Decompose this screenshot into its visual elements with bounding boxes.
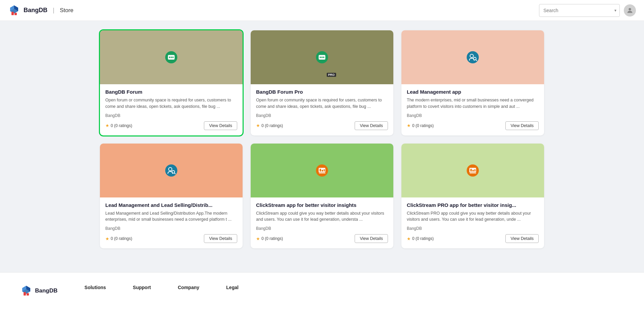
card-footer: ★ 0 (0 ratings) View Details — [256, 121, 388, 130]
card-author: BangDB — [407, 113, 539, 118]
card-title: Lead Management app — [407, 89, 539, 95]
header-left: BangDB | Store — [8, 4, 73, 17]
svg-point-15 — [323, 57, 324, 58]
card-author: BangDB — [105, 113, 237, 118]
card-title: Lead Management and Lead Selling/Distrib… — [105, 202, 237, 208]
search-input[interactable] — [539, 4, 620, 17]
card-rating: ★ 0 (0 ratings) — [105, 236, 132, 241]
view-details-button[interactable]: View Details — [505, 234, 539, 243]
header-divider: | — [53, 7, 55, 14]
rating-value: 0 (0 ratings) — [261, 123, 283, 128]
svg-rect-4 — [14, 13, 17, 15]
card-rating: ★ 0 (0 ratings) — [256, 236, 283, 241]
main-content: BangDB Forum Open forum or community spa… — [86, 21, 558, 272]
card-description: Open forum or community space is require… — [256, 97, 388, 110]
product-card-clickstream: ClickStream app for better visitor insig… — [251, 144, 393, 249]
card-description: ClickStream PRO app could give you way b… — [407, 210, 539, 223]
card-icon — [160, 159, 183, 182]
star-icon: ★ — [105, 236, 109, 241]
card-icon — [461, 46, 484, 69]
card-image-area — [100, 30, 243, 84]
footer-brand: BangDB — [20, 285, 58, 297]
card-footer: ★ 0 (0 ratings) View Details — [105, 121, 237, 130]
star-icon: ★ — [105, 123, 109, 128]
card-body: Lead Management and Lead Selling/Distrib… — [100, 197, 243, 249]
product-grid: BangDB Forum Open forum or community spa… — [100, 30, 544, 248]
view-details-button[interactable]: View Details — [355, 234, 388, 243]
card-body: Lead Management app The modern enterpris… — [401, 84, 544, 135]
card-body: ClickStream PRO app for better visitor i… — [401, 197, 544, 249]
card-icon — [311, 46, 333, 69]
svg-rect-3 — [11, 12, 14, 15]
card-image-area — [401, 144, 544, 197]
svg-rect-39 — [24, 292, 26, 296]
star-icon: ★ — [256, 236, 260, 241]
card-body: BangDB Forum Pro Open forum or community… — [251, 84, 393, 135]
card-rating: ★ 0 (0 ratings) — [256, 123, 283, 128]
card-icon — [461, 159, 484, 182]
brand-name: BangDB — [24, 7, 47, 14]
header-right: ▾ — [539, 4, 636, 17]
card-footer: ★ 0 (0 ratings) View Details — [407, 234, 539, 243]
search-wrapper: ▾ — [539, 4, 620, 17]
star-icon: ★ — [407, 236, 411, 241]
card-body: BangDB Forum Open forum or community spa… — [100, 84, 243, 135]
footer: BangDB SolutionsSupportCompanyLegal — [0, 272, 644, 309]
svg-point-10 — [172, 57, 174, 58]
product-card-clickstream-pro: ClickStream PRO app for better visitor i… — [401, 144, 544, 249]
rating-value: 0 (0 ratings) — [412, 236, 434, 241]
card-rating: ★ 0 (0 ratings) — [407, 236, 434, 241]
card-author: BangDB — [256, 113, 388, 118]
svg-rect-32 — [470, 169, 472, 172]
footer-col-support: Support — [133, 285, 151, 291]
footer-col-company: Company — [178, 285, 200, 291]
footer-col-label: Support — [133, 285, 151, 290]
card-description: ClickStream app could give you way bette… — [256, 210, 388, 223]
footer-col-legal: Legal — [226, 285, 239, 291]
card-icon — [160, 46, 183, 69]
svg-point-5 — [629, 8, 631, 10]
pro-badge: PRO — [327, 73, 336, 77]
footer-logo-icon — [20, 285, 32, 297]
product-card-bangdb-forum-pro: PRO BangDB Forum Pro Open forum or commu… — [251, 30, 393, 135]
card-footer: ★ 0 (0 ratings) View Details — [105, 234, 237, 243]
rating-value: 0 (0 ratings) — [412, 123, 434, 128]
rating-value: 0 (0 ratings) — [261, 236, 283, 241]
user-avatar[interactable] — [624, 4, 636, 17]
svg-point-14 — [321, 57, 323, 58]
svg-rect-40 — [27, 293, 29, 296]
footer-col-label: Legal — [226, 285, 239, 290]
footer-col-label: Solutions — [84, 285, 106, 290]
rating-value: 0 (0 ratings) — [111, 236, 132, 241]
card-footer: ★ 0 (0 ratings) View Details — [407, 121, 539, 130]
view-details-button[interactable]: View Details — [204, 234, 237, 243]
view-details-button[interactable]: View Details — [505, 121, 539, 130]
product-card-lead-management: Lead Management app The modern enterpris… — [401, 30, 544, 135]
rating-value: 0 (0 ratings) — [111, 123, 132, 128]
svg-rect-26 — [320, 169, 321, 172]
footer-columns: SolutionsSupportCompanyLegal — [84, 285, 239, 291]
svg-point-13 — [320, 57, 321, 58]
card-description: Lead Management and Lead Selling/Distrib… — [105, 210, 237, 223]
footer-brand-name: BangDB — [35, 287, 58, 294]
card-icon — [311, 159, 333, 182]
card-title: BangDB Forum — [105, 89, 237, 95]
card-footer: ★ 0 (0 ratings) View Details — [256, 234, 388, 243]
bangdb-logo-icon — [8, 4, 20, 17]
card-image-area: PRO — [251, 30, 393, 84]
view-details-button[interactable]: View Details — [355, 121, 388, 130]
user-icon — [626, 7, 634, 14]
svg-rect-28 — [324, 169, 325, 172]
view-details-button[interactable]: View Details — [204, 121, 237, 130]
svg-rect-33 — [472, 170, 474, 172]
product-card-lead-management-selling: Lead Management and Lead Selling/Distrib… — [100, 144, 243, 249]
card-description: Open forum or community space is require… — [105, 97, 237, 110]
star-icon: ★ — [407, 123, 411, 128]
card-title: ClickStream PRO app for better visitor i… — [407, 202, 539, 208]
card-title: BangDB Forum Pro — [256, 89, 388, 95]
footer-col-label: Company — [178, 285, 200, 290]
svg-point-8 — [169, 57, 170, 58]
card-author: BangDB — [105, 226, 237, 231]
card-author: BangDB — [256, 226, 388, 231]
card-title: ClickStream app for better visitor insig… — [256, 202, 388, 208]
